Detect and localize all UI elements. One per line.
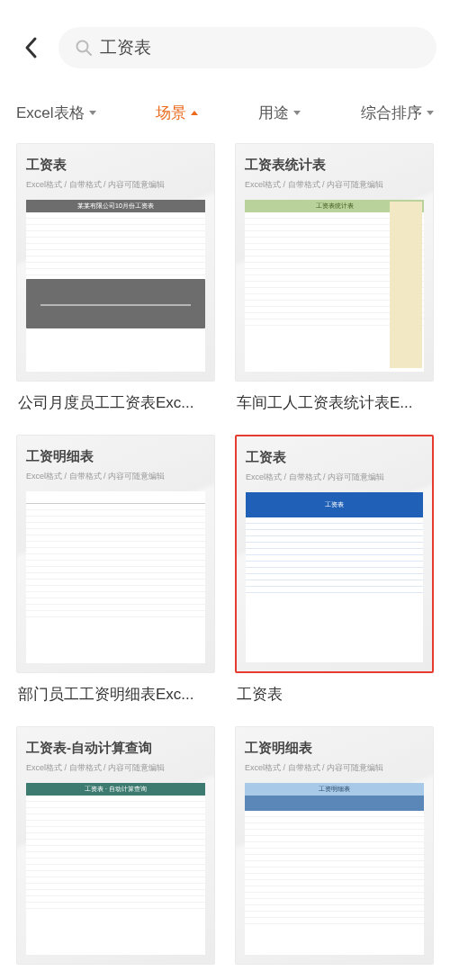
template-caption: [235, 976, 434, 980]
filter-sort[interactable]: 综合排序: [361, 103, 434, 123]
thumbnail-subtitle: Excel格式 / 自带格式 / 内容可随意编辑: [246, 472, 423, 483]
template-thumbnail[interactable]: 工资表-自动计算查询Excel格式 / 自带格式 / 内容可随意编辑工资表 · …: [16, 726, 215, 965]
filter-format-label: Excel表格: [16, 103, 85, 123]
thumbnail-preview: 工资表: [246, 492, 423, 662]
template-card[interactable]: 工资表统计表Excel格式 / 自带格式 / 内容可随意编辑工资表统计表车间工人…: [235, 143, 434, 418]
chevron-down-icon: [427, 111, 434, 115]
preview-chart: [26, 279, 205, 328]
back-button[interactable]: [14, 31, 48, 65]
thumbnail-preview: [26, 491, 205, 663]
thumbnail-title: 工资表: [246, 449, 423, 466]
template-thumbnail[interactable]: 工资表Excel格式 / 自带格式 / 内容可随意编辑某某有限公司10月份工资表: [16, 143, 215, 382]
thumbnail-title: 工资表-自动计算查询: [26, 740, 205, 757]
svg-point-0: [77, 41, 88, 52]
filter-use[interactable]: 用途: [258, 103, 301, 123]
template-card[interactable]: 工资表-自动计算查询Excel格式 / 自带格式 / 内容可随意编辑工资表 · …: [16, 726, 215, 980]
preview-banner: 工资表 · 自动计算查询: [26, 783, 205, 796]
template-card[interactable]: 工资明细表Excel格式 / 自带格式 / 内容可随意编辑部门员工工资明细表Ex…: [16, 435, 215, 710]
thumbnail-title: 工资明细表: [26, 448, 205, 465]
thumbnail-preview: 某某有限公司10月份工资表: [26, 200, 205, 372]
chevron-down-icon: [293, 111, 301, 115]
template-grid: 工资表Excel格式 / 自带格式 / 内容可随意编辑某某有限公司10月份工资表…: [0, 143, 450, 980]
thumbnail-title: 工资明细表: [245, 740, 424, 757]
template-caption: 工资表: [235, 684, 434, 710]
thumbnail-subtitle: Excel格式 / 自带格式 / 内容可随意编辑: [26, 762, 205, 774]
filter-format[interactable]: Excel表格: [16, 103, 96, 123]
chevron-up-icon: [191, 111, 198, 115]
chevron-left-icon: [23, 36, 38, 59]
thumbnail-title: 工资表: [26, 157, 205, 174]
template-caption: 车间工人工资表统计表E...: [235, 392, 434, 418]
filter-sort-label: 综合排序: [361, 103, 422, 123]
preview-banner: [26, 491, 205, 504]
template-thumbnail[interactable]: 工资明细表Excel格式 / 自带格式 / 内容可随意编辑工资明细表: [235, 726, 434, 965]
thumbnail-subtitle: Excel格式 / 自带格式 / 内容可随意编辑: [245, 179, 424, 191]
search-input[interactable]: 工资表: [58, 27, 436, 68]
template-caption: 公司月度员工工资表Exc...: [16, 392, 215, 418]
svg-line-1: [87, 51, 92, 56]
template-thumbnail[interactable]: 工资表Excel格式 / 自带格式 / 内容可随意编辑工资表: [235, 435, 434, 673]
template-thumbnail[interactable]: 工资明细表Excel格式 / 自带格式 / 内容可随意编辑: [16, 435, 215, 673]
filter-bar: Excel表格 场景 用途 综合排序: [0, 86, 450, 143]
search-icon: [75, 39, 93, 57]
template-caption: [16, 976, 215, 980]
thumbnail-subtitle: Excel格式 / 自带格式 / 内容可随意编辑: [26, 179, 205, 191]
thumbnail-title: 工资表统计表: [245, 157, 424, 174]
thumbnail-preview: 工资明细表: [245, 783, 424, 955]
template-card[interactable]: 工资表Excel格式 / 自带格式 / 内容可随意编辑某某有限公司10月份工资表…: [16, 143, 215, 418]
filter-scene-label: 场景: [156, 103, 186, 123]
preview-banner: 工资明细表: [245, 783, 424, 796]
preview-banner: 某某有限公司10月份工资表: [26, 200, 205, 212]
header: 工资表: [0, 0, 450, 86]
thumbnail-subtitle: Excel格式 / 自带格式 / 内容可随意编辑: [26, 471, 205, 482]
search-query: 工资表: [100, 36, 151, 59]
thumbnail-preview: 工资表统计表: [245, 200, 424, 372]
template-caption: 部门员工工资明细表Exc...: [16, 684, 215, 710]
template-card[interactable]: 工资表Excel格式 / 自带格式 / 内容可随意编辑工资表工资表: [235, 435, 434, 710]
filter-use-label: 用途: [258, 103, 289, 123]
template-card[interactable]: 工资明细表Excel格式 / 自带格式 / 内容可随意编辑工资明细表: [235, 726, 434, 980]
preview-banner: 工资表: [246, 492, 423, 517]
thumbnail-preview: 工资表 · 自动计算查询: [26, 783, 205, 955]
thumbnail-subtitle: Excel格式 / 自带格式 / 内容可随意编辑: [245, 762, 424, 774]
template-thumbnail[interactable]: 工资表统计表Excel格式 / 自带格式 / 内容可随意编辑工资表统计表: [235, 143, 434, 382]
filter-scene[interactable]: 场景: [156, 103, 198, 123]
chevron-down-icon: [89, 111, 96, 115]
